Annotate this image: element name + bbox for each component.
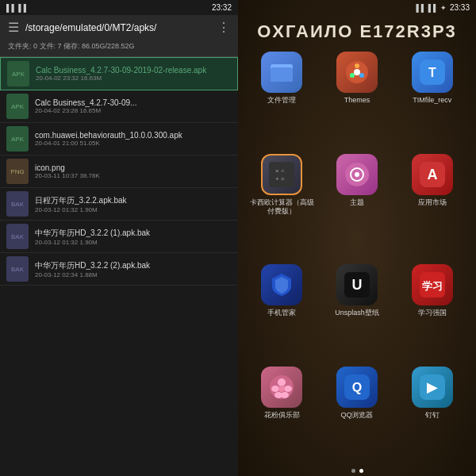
app-label-xuexi: 学习强国 <box>418 309 447 317</box>
app-icon-huafen <box>261 367 302 408</box>
svg-point-27 <box>281 392 289 398</box>
svg-point-15 <box>355 172 359 177</box>
app-item-xuexi[interactable]: 学习学习强国 <box>397 264 466 360</box>
more-icon[interactable]: ⋮ <box>217 20 230 35</box>
file-type-icon: BAK <box>6 191 29 217</box>
page-indicator <box>238 463 476 476</box>
file-info: icon.png20-03-11 10:37 38.78K <box>35 163 232 179</box>
app-label-dingding: 钉钉 <box>425 411 440 420</box>
app-label-wenjian: 文件管理 <box>267 96 296 105</box>
file-meta: 20-03-12 02:34 1.88M <box>35 271 232 278</box>
file-meta: 20-03-11 10:37 38.78K <box>35 172 232 179</box>
svg-point-6 <box>350 73 355 78</box>
left-time: 23:32 <box>212 3 232 12</box>
file-info: 中华万年历HD_3.2.2 (1).apk.bak20-03-12 01:32 … <box>35 228 232 246</box>
svg-text:×  ÷: × ÷ <box>275 167 285 175</box>
app-label-tim: TIMfile_recv <box>413 96 451 105</box>
app-label-guanjia: 手机管家 <box>267 309 296 317</box>
file-meta: 20-03-12 01:32 1.90M <box>35 206 232 213</box>
file-name: 中华万年历HD_3.2.2 (1).apk.bak <box>35 228 232 239</box>
file-item[interactable]: APKCalc Business_4.2.7-30-09...20-04-02 … <box>0 90 238 123</box>
file-type-icon: BAK <box>6 224 29 249</box>
file-name: 中华万年历HD_3.2.2 (2).apk.bak <box>35 260 232 271</box>
file-name: Calc Business_4.2.7-30-09-2019-02-releas… <box>36 66 231 75</box>
app-label-qq: QQ浏览器 <box>340 411 373 420</box>
status-bar-right: ▌▌ ▌▌ ✦ 23:33 <box>238 0 476 15</box>
right-signal-icons: ▌▌ ▌▌ ✦ <box>416 4 447 12</box>
file-meta: 20-03-12 01:32 1.90M <box>35 239 232 246</box>
app-item-guanjia[interactable]: 手机管家 <box>248 264 317 360</box>
app-icon-tim: T <box>412 52 453 93</box>
svg-text:学习: 学习 <box>422 280 443 292</box>
file-item[interactable]: APKCalc Business_4.2.7-30-09-2019-02-rel… <box>0 57 238 90</box>
app-item-calc[interactable]: × ÷+ =卡西欧计算器（高级付费版） <box>248 154 317 259</box>
file-item[interactable]: BAK中华万年历HD_3.2.2 (1).apk.bak20-03-12 01:… <box>0 221 238 253</box>
app-label-themes: Themes <box>344 96 370 105</box>
file-meta: 20-04-02 23:32 16.63M <box>36 75 231 82</box>
app-item-wenjian[interactable]: 文件管理 <box>248 52 317 148</box>
app-item-tim[interactable]: TTIMfile_recv <box>397 52 466 148</box>
app-icon-dingding: ▶ <box>412 367 453 408</box>
app-icon-qq: Q <box>336 367 378 408</box>
file-name: com.huawei.behaviorauth_10.0.0.300.apk <box>35 131 232 140</box>
app-item-qq[interactable]: QQQ浏览器 <box>323 367 392 463</box>
file-info: com.huawei.behaviorauth_10.0.0.300.apk20… <box>35 131 232 147</box>
svg-text:U: U <box>351 277 362 293</box>
file-type-icon: APK <box>6 94 29 119</box>
svg-point-25 <box>284 386 292 392</box>
svg-point-23 <box>278 378 286 386</box>
status-bar-left: ▌▌ ▌▌ 23:32 <box>0 0 238 15</box>
file-item[interactable]: BAK日程万年历_3.2.2.apk.bak20-03-12 01:32 1.9… <box>0 188 238 221</box>
app-label-yingyong: 应用市场 <box>418 198 447 207</box>
svg-text:A: A <box>427 167 437 182</box>
left-panel: ▌▌ ▌▌ 23:32 ☰ /storage/emulated/0/MT2/ap… <box>0 0 238 476</box>
file-info: 中华万年历HD_3.2.2 (2).apk.bak20-03-12 02:34 … <box>35 260 232 278</box>
toolbar: ☰ /storage/emulated/0/MT2/apks/ ⋮ <box>0 15 238 40</box>
file-type-icon: PNG <box>6 159 29 184</box>
file-name: icon.png <box>35 163 232 172</box>
dot-1 <box>351 469 355 473</box>
file-info: Calc Business_4.2.7-30-09...20-04-02 23:… <box>35 98 232 114</box>
svg-text:+  =: + = <box>275 175 285 182</box>
file-item[interactable]: APKcom.huawei.behaviorauth_10.0.0.300.ap… <box>0 123 238 155</box>
svg-point-5 <box>359 73 364 78</box>
file-info: 日程万年历_3.2.2.apk.bak20-03-12 01:32 1.90M <box>35 195 232 213</box>
app-label-zhuti: 主题 <box>350 198 364 207</box>
app-item-huafen[interactable]: 花粉俱乐部 <box>248 367 317 463</box>
hamburger-icon[interactable]: ☰ <box>8 20 19 35</box>
svg-rect-1 <box>271 67 293 82</box>
file-item[interactable]: BAK中华万年历HD_3.2.2 (2).apk.bak20-03-12 02:… <box>0 253 238 286</box>
svg-text:Q: Q <box>352 381 362 394</box>
app-grid: 文件管理ThemesTTIMfile_recv× ÷+ =卡西欧计算器（高级付费… <box>238 52 476 463</box>
svg-text:T: T <box>428 66 436 79</box>
path-title: /storage/emulated/0/MT2/apks/ <box>25 22 211 33</box>
app-item-unsplash[interactable]: UUnsplash壁纸 <box>323 264 392 360</box>
app-icon-xuexi: 学习 <box>412 264 453 305</box>
file-type-icon: APK <box>6 126 29 152</box>
app-icon-unsplash: U <box>336 264 378 305</box>
file-meta: 20-04-02 23:28 16.65M <box>35 107 232 114</box>
svg-rect-2 <box>272 64 282 67</box>
app-icon-yingyong: A <box>412 154 453 195</box>
dot-2 <box>359 469 363 473</box>
file-meta: 20-04-01 21:00 51.05K <box>35 140 232 147</box>
right-time: 23:33 <box>450 3 470 12</box>
app-icon-guanjia <box>261 264 302 305</box>
svg-point-24 <box>271 386 279 392</box>
app-icon-calc: × ÷+ = <box>261 154 302 195</box>
app-item-zhuti[interactable]: 主题 <box>323 154 392 259</box>
app-icon-wenjian <box>261 52 302 93</box>
app-label-calc: 卡西欧计算器（高级付费版） <box>248 198 317 216</box>
svg-point-28 <box>278 386 285 392</box>
file-type-icon: BAK <box>6 256 29 282</box>
app-item-dingding[interactable]: ▶钉钉 <box>397 367 466 463</box>
app-icon-themes <box>336 52 378 93</box>
file-item[interactable]: PNGicon.png20-03-11 10:37 38.78K <box>0 155 238 188</box>
device-name: OXГАИЛО E172R3P3 <box>238 15 476 52</box>
app-label-huafen: 花粉俱乐部 <box>264 411 300 420</box>
file-list: APKCalc Business_4.2.7-30-09-2019-02-rel… <box>0 57 238 476</box>
app-icon-zhuti <box>336 154 378 195</box>
app-item-yingyong[interactable]: A应用市场 <box>397 154 466 259</box>
svg-text:▶: ▶ <box>427 379 438 395</box>
app-item-themes[interactable]: Themes <box>323 52 392 148</box>
